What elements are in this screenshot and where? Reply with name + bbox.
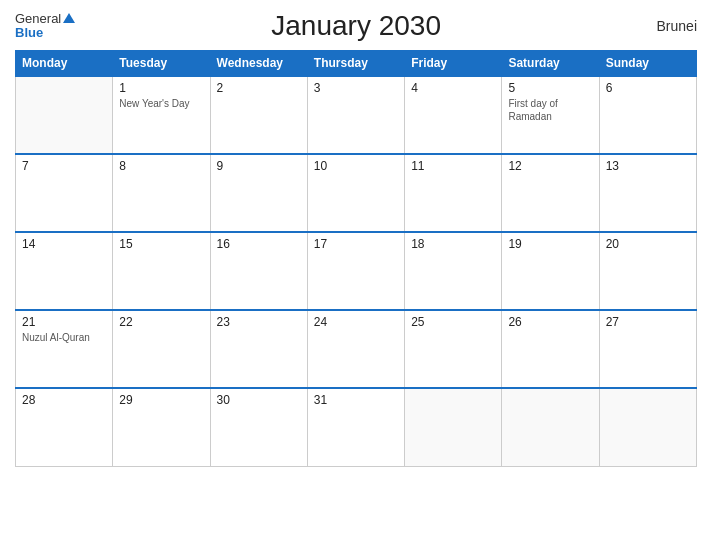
day-cell: 14 <box>16 232 113 310</box>
day-cell: 28 <box>16 388 113 466</box>
day-cell: 9 <box>210 154 307 232</box>
day-cell: 18 <box>405 232 502 310</box>
country-label: Brunei <box>637 18 697 34</box>
day-cell: 10 <box>307 154 404 232</box>
day-cell: 24 <box>307 310 404 388</box>
week-row-2: 78910111213 <box>16 154 697 232</box>
day-number: 28 <box>22 393 106 407</box>
day-cell <box>599 388 696 466</box>
day-number: 22 <box>119 315 203 329</box>
day-cell: 22 <box>113 310 210 388</box>
day-number: 18 <box>411 237 495 251</box>
day-number: 23 <box>217 315 301 329</box>
logo-blue-text: Blue <box>15 26 43 40</box>
day-number: 15 <box>119 237 203 251</box>
calendar-container: General Blue January 2030 Brunei MondayT… <box>0 0 712 550</box>
logo-triangle-icon <box>63 13 75 23</box>
day-number: 12 <box>508 159 592 173</box>
day-number: 2 <box>217 81 301 95</box>
week-row-5: 28293031 <box>16 388 697 466</box>
day-number: 1 <box>119 81 203 95</box>
day-number: 31 <box>314 393 398 407</box>
day-number: 16 <box>217 237 301 251</box>
day-number: 11 <box>411 159 495 173</box>
day-number: 30 <box>217 393 301 407</box>
day-number: 24 <box>314 315 398 329</box>
day-cell: 23 <box>210 310 307 388</box>
day-number: 26 <box>508 315 592 329</box>
day-event: New Year's Day <box>119 97 203 110</box>
week-row-3: 14151617181920 <box>16 232 697 310</box>
day-number: 19 <box>508 237 592 251</box>
day-event: Nuzul Al-Quran <box>22 331 106 344</box>
logo: General Blue <box>15 12 75 41</box>
day-cell: 5First day of Ramadan <box>502 76 599 154</box>
day-event: First day of Ramadan <box>508 97 592 123</box>
day-cell <box>405 388 502 466</box>
day-cell: 1New Year's Day <box>113 76 210 154</box>
day-cell: 21Nuzul Al-Quran <box>16 310 113 388</box>
day-cell: 30 <box>210 388 307 466</box>
day-cell: 6 <box>599 76 696 154</box>
day-number: 8 <box>119 159 203 173</box>
day-cell: 12 <box>502 154 599 232</box>
day-cell: 8 <box>113 154 210 232</box>
day-cell: 11 <box>405 154 502 232</box>
day-cell: 29 <box>113 388 210 466</box>
week-row-4: 21Nuzul Al-Quran222324252627 <box>16 310 697 388</box>
calendar-table: MondayTuesdayWednesdayThursdayFridaySatu… <box>15 50 697 467</box>
day-number: 5 <box>508 81 592 95</box>
day-number: 14 <box>22 237 106 251</box>
weekday-saturday: Saturday <box>502 51 599 77</box>
day-cell: 20 <box>599 232 696 310</box>
calendar-header: General Blue January 2030 Brunei <box>15 10 697 42</box>
day-cell: 31 <box>307 388 404 466</box>
day-cell <box>502 388 599 466</box>
week-row-1: 1New Year's Day2345First day of Ramadan6 <box>16 76 697 154</box>
day-cell: 7 <box>16 154 113 232</box>
weekday-friday: Friday <box>405 51 502 77</box>
weekday-sunday: Sunday <box>599 51 696 77</box>
day-cell: 25 <box>405 310 502 388</box>
weekday-monday: Monday <box>16 51 113 77</box>
month-title: January 2030 <box>75 10 637 42</box>
day-cell: 15 <box>113 232 210 310</box>
day-cell: 2 <box>210 76 307 154</box>
day-number: 10 <box>314 159 398 173</box>
day-cell: 16 <box>210 232 307 310</box>
day-cell: 19 <box>502 232 599 310</box>
day-number: 29 <box>119 393 203 407</box>
weekday-wednesday: Wednesday <box>210 51 307 77</box>
weekday-tuesday: Tuesday <box>113 51 210 77</box>
day-number: 17 <box>314 237 398 251</box>
weekday-header-row: MondayTuesdayWednesdayThursdayFridaySatu… <box>16 51 697 77</box>
day-number: 21 <box>22 315 106 329</box>
day-number: 3 <box>314 81 398 95</box>
day-cell: 26 <box>502 310 599 388</box>
day-number: 7 <box>22 159 106 173</box>
day-number: 6 <box>606 81 690 95</box>
day-cell: 4 <box>405 76 502 154</box>
logo-general-text: General <box>15 12 61 26</box>
day-number: 25 <box>411 315 495 329</box>
day-number: 4 <box>411 81 495 95</box>
day-number: 27 <box>606 315 690 329</box>
day-cell: 13 <box>599 154 696 232</box>
day-cell: 3 <box>307 76 404 154</box>
weekday-thursday: Thursday <box>307 51 404 77</box>
day-number: 9 <box>217 159 301 173</box>
day-cell: 27 <box>599 310 696 388</box>
day-number: 20 <box>606 237 690 251</box>
day-number: 13 <box>606 159 690 173</box>
day-cell: 17 <box>307 232 404 310</box>
day-cell <box>16 76 113 154</box>
